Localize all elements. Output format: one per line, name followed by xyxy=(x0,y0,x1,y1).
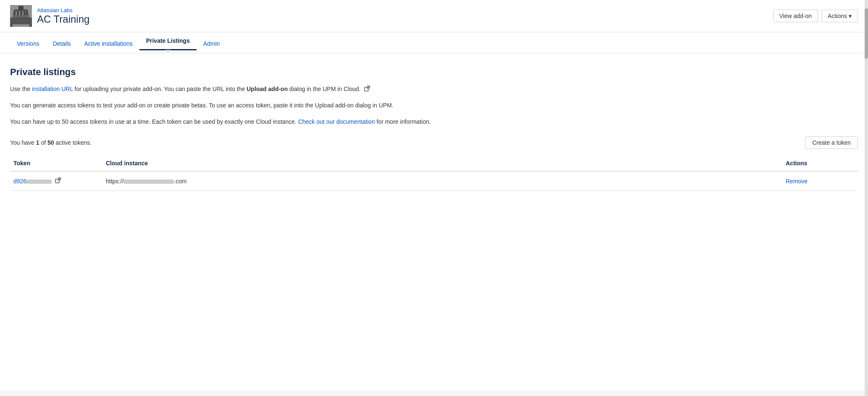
description-1: Use the installation URL for uploading y… xyxy=(10,84,858,94)
instance-cell: https://.com xyxy=(102,171,782,191)
token-value-link[interactable]: d926 xyxy=(13,178,52,185)
tab-private-listings[interactable]: Private Listings xyxy=(139,32,197,50)
token-redacted xyxy=(26,180,52,184)
action-cell: Remove xyxy=(782,171,858,191)
token-count-text: You have 1 of 50 active tokens. xyxy=(10,139,92,146)
header-actions: View add-on Actions ▾ xyxy=(773,10,858,22)
svg-rect-2 xyxy=(13,18,29,24)
svg-rect-11 xyxy=(10,18,13,27)
tokens-table: Token Cloud instance Actions d926 xyxy=(10,156,858,191)
nav-tabs: Versions Details Active installations Pr… xyxy=(0,32,868,53)
main-content: Private listings Use the installation UR… xyxy=(0,53,868,391)
header-left: Atlassian Labs AC Training xyxy=(10,5,89,27)
page-header: Atlassian Labs AC Training View add-on A… xyxy=(0,0,868,32)
installation-url-link[interactable]: installation URL xyxy=(32,86,73,92)
table-header-row: Token Cloud instance Actions xyxy=(10,156,858,171)
col-actions: Actions xyxy=(782,156,858,171)
token-prefix: d926 xyxy=(13,178,26,185)
documentation-link[interactable]: Check out our documentation xyxy=(298,118,375,125)
svg-rect-12 xyxy=(29,18,32,27)
token-cell: d926 xyxy=(10,171,102,191)
token-count-total: 50 xyxy=(47,139,54,146)
tab-details[interactable]: Details xyxy=(46,35,78,53)
active-tab-caret xyxy=(165,50,171,53)
description-2: You can generate access tokens to test y… xyxy=(10,101,858,110)
chevron-down-icon: ▾ xyxy=(849,13,852,19)
page-title: Private listings xyxy=(10,67,858,78)
description-3: You can have up to 50 access tokens in u… xyxy=(10,117,858,126)
external-link-icon xyxy=(364,85,370,94)
remove-token-link[interactable]: Remove xyxy=(786,178,808,185)
actions-button-label: Actions xyxy=(828,13,847,19)
tab-active-installations[interactable]: Active installations xyxy=(78,35,139,53)
tab-admin[interactable]: Admin xyxy=(197,35,227,53)
col-instance: Cloud instance xyxy=(102,156,782,171)
col-token: Token xyxy=(10,156,102,171)
vendor-name: Atlassian Labs xyxy=(37,7,89,13)
instance-prefix: https:// xyxy=(106,178,123,185)
token-external-link-icon[interactable] xyxy=(55,177,61,185)
app-logo xyxy=(10,5,32,27)
instance-redacted xyxy=(123,180,174,184)
svg-rect-10 xyxy=(18,6,24,10)
token-count-current: 1 xyxy=(36,139,39,146)
scrollbar-thumb[interactable] xyxy=(865,8,868,59)
tab-private-listings-wrapper: Private Listings xyxy=(139,32,197,53)
svg-rect-8 xyxy=(13,15,29,18)
app-title-group: Atlassian Labs AC Training xyxy=(37,7,89,25)
actions-button[interactable]: Actions ▾ xyxy=(821,10,858,22)
view-addon-button[interactable]: View add-on xyxy=(773,10,818,22)
scrollbar[interactable] xyxy=(865,0,868,391)
token-count-row: You have 1 of 50 active tokens. Create a… xyxy=(10,136,858,149)
create-token-button[interactable]: Create a token xyxy=(805,136,858,149)
table-row: d926 https://.com xyxy=(10,171,858,191)
tab-versions[interactable]: Versions xyxy=(10,35,46,53)
instance-suffix: .com xyxy=(174,178,186,185)
app-name: AC Training xyxy=(37,13,89,25)
